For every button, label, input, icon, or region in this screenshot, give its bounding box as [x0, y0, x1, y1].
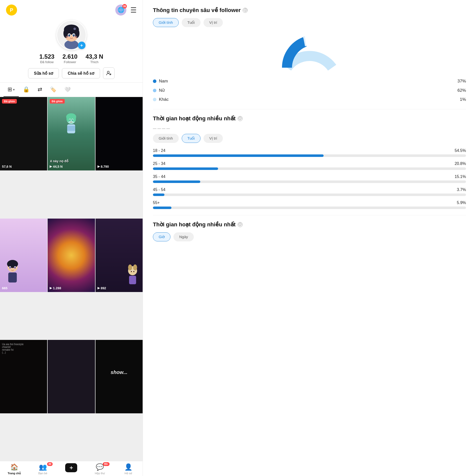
premium-badge: P [6, 5, 17, 16]
svg-point-33 [15, 267, 16, 268]
play-icon-6: ▶ [98, 286, 100, 290]
tab-liked[interactable]: 🤍 [60, 83, 75, 97]
activity-filter-age[interactable]: Tuổi [182, 134, 201, 143]
video-cell-1[interactable]: Đã ghim 57,6 N [0, 97, 47, 170]
bottom-nav: 🏠 Trang chủ 👥 89 Bạn bè ＋ 💬 99+ Hộp thư … [0, 461, 143, 476]
video-cell-6[interactable]: ▶ 892 [96, 219, 143, 292]
age-label-18-24: 18 - 24 [153, 148, 165, 153]
svg-point-10 [73, 34, 75, 37]
tab-repost[interactable]: ⇄ [34, 83, 46, 97]
age-pct-18-24: 54.5% [455, 148, 466, 153]
tab-videos[interactable]: ⊞ ▾ [4, 83, 19, 97]
activity-section2-title: Thời gian hoạt động nhiều nhất ⓘ [153, 221, 466, 228]
activity-subtitle: — — — — [153, 126, 466, 130]
video-cell-5[interactable]: ▶ 1.288 [48, 219, 95, 292]
activity-filter-day[interactable]: Ngày [173, 232, 194, 241]
bar-fill-45-54 [153, 194, 164, 196]
edit-profile-button[interactable]: Sửa hồ sơ [28, 68, 59, 78]
view-count-3: ▶ 8.790 [98, 165, 109, 168]
nav-profile-label: Hồ sơ [125, 472, 132, 475]
top-bar-right: 🌐 99 ☰ [115, 5, 137, 16]
video-cell-9[interactable]: show... [96, 340, 143, 413]
video-cell-8[interactable] [48, 340, 95, 413]
play-icon-3: ▶ [98, 165, 100, 168]
video-cell-4[interactable]: 665 [0, 219, 47, 292]
svg-rect-42 [129, 276, 136, 284]
top-bar: P 🌐 99 ☰ [0, 0, 143, 18]
nav-home[interactable]: 🏠 Trang chủ [0, 463, 29, 475]
followers-label: Follower [64, 60, 76, 64]
nav-friends-label: Bạn bè [38, 472, 47, 475]
video-text-7: Ua aia frei freestylechiamb!remake fxi(.… [2, 343, 24, 354]
legend-left-other: Khác [153, 97, 169, 102]
add-friend-button[interactable] [103, 67, 115, 79]
svg-point-21 [72, 116, 76, 122]
svg-point-40 [131, 271, 132, 272]
activity-filter-hour[interactable]: Giờ [153, 232, 170, 241]
bar-track-18-24 [153, 154, 466, 157]
svg-point-12 [73, 35, 74, 35]
follower-section-title: Thông tin chuyên sâu về follower ⓘ [153, 7, 466, 14]
age-bar-header-25-34: 25 - 34 20.8% [153, 161, 466, 166]
share-profile-button[interactable]: Chia sẻ hồ sơ [62, 68, 100, 78]
nav-create[interactable]: ＋ [57, 463, 86, 475]
filter-tab-age[interactable]: Tuổi [182, 18, 201, 27]
activity-info-icon-1[interactable]: ⓘ [238, 116, 243, 121]
bar-track-45-54 [153, 194, 466, 196]
follower-filter-tabs: Giới tính Tuổi Vị trí [153, 18, 466, 27]
activity-title-text-1: Thời gian hoạt động nhiều nhất [153, 115, 236, 122]
legend-dot-male [153, 79, 156, 83]
view-count-label-1: 57,6 N [2, 165, 12, 168]
tab-dropdown-icon: ▾ [13, 88, 15, 91]
stat-following: 1.523 Đã follow [39, 53, 54, 64]
tab-tagged[interactable]: 🏷️ [46, 83, 60, 97]
legend-label-other: Khác [159, 97, 169, 102]
svg-point-41 [133, 271, 134, 272]
video-cell-7[interactable]: Ua aia frei freestylechiamb!remake fxi(.… [0, 340, 47, 413]
create-button[interactable]: ＋ [65, 463, 77, 472]
view-count-1: 57,6 N [2, 165, 12, 168]
video-cell-3[interactable]: ▶ 8.790 [96, 97, 143, 170]
heart-outline-icon: 🤍 [64, 86, 71, 92]
filter-tab-location[interactable]: Vị trí [204, 18, 223, 27]
age-label-55plus: 55+ [153, 201, 160, 205]
activity-filter-gender[interactable]: Giới tính [153, 134, 179, 143]
action-buttons: Sửa hồ sơ Chia sẻ hồ sơ [28, 67, 115, 79]
likes-count: 43,3 N [85, 53, 103, 60]
activity-info-icon-2[interactable]: ⓘ [238, 222, 243, 227]
activity-filter-location[interactable]: Vị trí [204, 134, 223, 143]
legend-row-other: Khác 1% [153, 97, 466, 102]
nav-friends[interactable]: 👥 89 Bạn bè [29, 463, 57, 475]
age-bar-45-54: 45 - 54 3.7% [153, 187, 466, 196]
globe-notification-wrap[interactable]: 🌐 99 [115, 5, 126, 16]
nav-inbox[interactable]: 💬 99+ Hộp thư [85, 463, 114, 475]
video-cell-2[interactable]: Đã ghim ê này nọ đồ [48, 97, 95, 170]
bar-track-35-44 [153, 180, 466, 183]
plus-icon: ＋ [68, 464, 74, 471]
following-label: Đã follow [40, 60, 53, 64]
svg-point-37 [133, 264, 137, 270]
filter-tab-gender[interactable]: Giới tính [153, 18, 179, 27]
tab-private[interactable]: 🔒 [19, 83, 34, 97]
legend-dot-other [153, 98, 156, 101]
add-avatar-button[interactable]: + [78, 42, 85, 49]
hamburger-menu-button[interactable]: ☰ [130, 6, 137, 14]
follower-title-text: Thông tin chuyên sâu về follower [153, 7, 241, 14]
gender-donut-chart [277, 33, 342, 73]
gender-legend: Nam 37% Nữ 62% Khác 1% [153, 79, 466, 102]
age-bar-header-45-54: 45 - 54 3.7% [153, 187, 466, 192]
tab-videos-icon: ⊞ [8, 86, 12, 93]
follower-info-icon[interactable]: ⓘ [243, 8, 248, 13]
svg-point-6 [73, 28, 76, 30]
bar-track-25-34 [153, 167, 466, 170]
divider-1 [153, 109, 466, 109]
nav-profile[interactable]: 👤 Hồ sơ [114, 463, 143, 475]
right-panel: Thông tin chuyên sâu về follower ⓘ Giới … [143, 0, 476, 476]
age-pct-35-44: 15.1% [455, 174, 466, 179]
age-bar-header-18-24: 18 - 24 54.5% [153, 148, 466, 153]
bar-fill-35-44 [153, 180, 200, 183]
legend-left-male: Nam [153, 79, 168, 84]
content-tabs-row: ⊞ ▾ 🔒 ⇄ 🏷️ 🤍 [0, 82, 143, 97]
svg-rect-34 [8, 272, 17, 282]
video-grid: Đã ghim 57,6 N Đã ghim [0, 97, 143, 461]
